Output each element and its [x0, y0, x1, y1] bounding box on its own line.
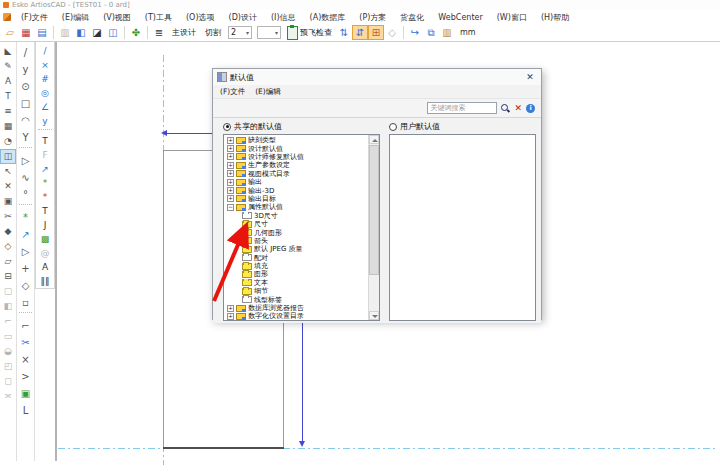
angled-line-tool[interactable]: y [17, 61, 34, 78]
cross-tool[interactable]: × [36, 58, 54, 72]
toolgroup-separator[interactable] [19, 312, 33, 316]
radio-unselected-icon[interactable] [389, 123, 397, 131]
expand-plus-icon[interactable] [227, 153, 234, 160]
expand-plus-icon[interactable] [227, 179, 234, 186]
tree-item-view-mode-catalog[interactable]: 视图模式目录 [224, 170, 367, 178]
expand-plus-icon[interactable] [227, 313, 234, 320]
expand-plus-icon[interactable] [227, 305, 234, 312]
tree-item-production-params[interactable]: 生产参数设定 [224, 161, 367, 169]
rectangle-tool[interactable]: □ [17, 95, 34, 112]
toolgroup-separator[interactable] [19, 204, 33, 208]
curve-tool[interactable]: ∿ [17, 169, 34, 186]
expand-plus-icon[interactable] [227, 145, 234, 152]
clear-search-icon[interactable]: ✕ [514, 103, 522, 113]
circle-tool[interactable]: ⊙ [17, 78, 34, 95]
components-icon[interactable]: ◫ [105, 25, 121, 40]
tree-item-geometry[interactable]: 几何图形 [224, 228, 367, 236]
layer-main-design-button[interactable]: 主设计 [168, 27, 200, 38]
tree-item-detail[interactable]: 细节 [224, 287, 367, 295]
layers-icon[interactable]: ≣ [151, 25, 167, 40]
diamond-snap-tool[interactable]: ◇ [17, 277, 34, 294]
expand-plus-icon[interactable] [227, 187, 234, 194]
solid-box-icon[interactable]: ◪ [89, 25, 105, 40]
info-icon[interactable]: i [526, 104, 535, 113]
hatch-grid-tool[interactable]: # [36, 72, 54, 86]
preflight-check-button[interactable]: 预飞检查 [284, 26, 335, 40]
stair-step-tool[interactable]: L [17, 402, 34, 419]
offset-tool[interactable]: ▷ [17, 152, 34, 169]
menu-project[interactable]: (P)方案 [352, 12, 393, 23]
tree-item-output-destination[interactable]: 输出目标 [224, 195, 367, 203]
dialog-titlebar[interactable]: 默认值 ✕ [213, 69, 541, 85]
menu-view[interactable]: (V)视图 [96, 12, 138, 23]
ruler-icon[interactable]: ▥ [439, 25, 455, 40]
selected-tool[interactable]: ◫ [0, 149, 16, 164]
quad-tool[interactable]: ◰ [0, 359, 16, 374]
tree-item-graphics[interactable]: 图形 [224, 270, 367, 278]
delete-tool[interactable]: ✕ [0, 179, 16, 194]
tree-item-outputs-3d[interactable]: 输出-3D [224, 186, 367, 194]
tree-item-jpeg-quality[interactable]: 默认 JPEG 质量 [224, 245, 367, 253]
small-box-tool[interactable]: ▫ [17, 294, 34, 311]
tree-item-property-defaults[interactable]: 属性默认值 [224, 203, 367, 211]
tree-item-outputs[interactable]: 输出 [224, 178, 367, 186]
menu-help[interactable]: (H)帮助 [534, 12, 576, 23]
tree-item-mates[interactable]: 配对 [224, 253, 367, 261]
rect-tool[interactable]: ▭ [0, 329, 16, 344]
text-a-tool[interactable]: A [0, 74, 16, 89]
sync-colors-icon[interactable]: ✤ [128, 25, 144, 40]
menu-tools[interactable]: (T)工具 [138, 12, 179, 23]
list-tool[interactable]: ≡ [0, 104, 16, 119]
pointer-tool[interactable]: ◣ [0, 44, 16, 59]
blue-line-tool[interactable]: / [36, 44, 54, 58]
menu-palletizing[interactable]: 货盘化 [393, 12, 431, 23]
cut-tool[interactable]: ✂ [0, 209, 16, 224]
user-defaults-pane[interactable] [389, 134, 536, 321]
expand-plus-icon[interactable] [227, 137, 234, 144]
scale-combobox[interactable]: 2 [228, 26, 252, 39]
paragraph-tool[interactable]: F [36, 148, 54, 162]
toolgroup-separator[interactable] [38, 129, 52, 133]
panel-tool[interactable]: ▱ [0, 254, 16, 269]
symbol-tool[interactable]: * [17, 209, 34, 226]
tree-item-dimensions[interactable]: 尺寸 [224, 220, 367, 228]
align-tool[interactable]: ≍ [0, 389, 16, 404]
leader-arrow-tool[interactable]: ↗ [36, 162, 54, 176]
grid-view-tool[interactable]: ▦ [0, 119, 16, 134]
label-tool[interactable]: A [36, 260, 54, 274]
circle-half-tool[interactable]: ◒ [0, 344, 16, 359]
dimension-up-icon[interactable]: ⇅ [336, 25, 352, 40]
shared-defaults-radio[interactable]: 共享的默认值 [223, 121, 282, 132]
style-combobox[interactable] [257, 26, 281, 39]
square-tool[interactable]: ◻ [0, 374, 16, 389]
fill-pattern-tool[interactable]: ▩ [36, 232, 54, 246]
box-tool[interactable]: ▢ [0, 284, 16, 299]
close-icon[interactable]: ✕ [523, 72, 537, 82]
open-file-icon[interactable]: ▱ [2, 25, 18, 40]
tree-item-nick-types[interactable]: 缺刻类型 [224, 136, 367, 144]
symbol-red-tool[interactable]: * [36, 190, 54, 204]
add-point-tool[interactable]: + [17, 260, 34, 277]
expand-plus-icon[interactable] [227, 195, 234, 202]
select-arrow-tool[interactable]: ↖ [0, 164, 16, 179]
text-t-tool[interactable]: T [0, 89, 16, 104]
diamond-tool[interactable]: ◆ [0, 224, 16, 239]
collapse-minus-icon[interactable] [227, 204, 234, 211]
rotate-view-tool[interactable]: ◔ [0, 134, 16, 149]
tree-item-arrowheads[interactable]: 箭头 [224, 237, 367, 245]
attach-paperclip-tool[interactable]: @ [36, 246, 54, 260]
search-input[interactable] [427, 102, 497, 114]
tree-item-line-type-legend[interactable]: 线型标签 [224, 295, 367, 303]
collapse-tool[interactable]: ⊟ [0, 269, 16, 284]
layer-cut-button[interactable]: 切割 [201, 27, 225, 38]
extend-tool[interactable]: > [17, 368, 34, 385]
rebuild-design-icon[interactable]: ▦ [18, 25, 34, 40]
bend-arrow-icon[interactable]: ↪ [407, 25, 423, 40]
menu-edit[interactable]: (E)编辑 [55, 12, 96, 23]
group-edit-tool[interactable]: ▣ [17, 385, 34, 402]
menu-window[interactable]: (W)窗口 [490, 12, 534, 23]
expand-plus-icon[interactable] [227, 170, 234, 177]
scissors-tool[interactable]: ✂ [17, 334, 34, 351]
spline-tool[interactable]: y [36, 114, 54, 128]
arc-tool[interactable]: ◠ [17, 112, 34, 129]
